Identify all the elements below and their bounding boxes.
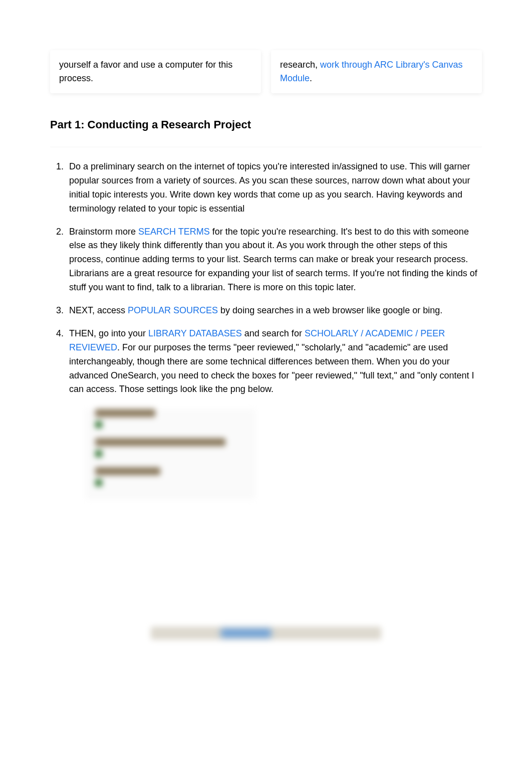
note-box-right: research, work through ARC Library's Can… [271, 50, 482, 93]
search-terms-link[interactable]: SEARCH TERMS [138, 227, 210, 237]
note-left-text: yourself a favor and use a computer for … [59, 60, 232, 83]
item3-suffix: by doing searches in a web browser like … [218, 305, 442, 315]
list-item-2: Brainstorm more SEARCH TERMS for the top… [66, 225, 482, 295]
list-item-3: NEXT, access POPULAR SOURCES by doing se… [66, 304, 482, 318]
note-right-suffix: . [310, 73, 312, 83]
section-separator [50, 146, 482, 147]
section-heading: Part 1: Conducting a Research Project [50, 118, 482, 131]
item3-prefix: NEXT, access [69, 305, 128, 315]
item2-prefix: Brainstorm more [69, 227, 138, 237]
item4-mid: and search for [242, 328, 305, 338]
library-databases-link[interactable]: LIBRARY DATABASES [148, 328, 242, 338]
item1-text: Do a preliminary search on the internet … [69, 161, 470, 214]
instruction-list: Do a preliminary search on the internet … [50, 160, 482, 397]
list-item-1: Do a preliminary search on the internet … [66, 160, 482, 216]
blurred-footer [151, 627, 381, 640]
note-box-left: yourself a favor and use a computer for … [50, 50, 261, 93]
blurred-settings-image [85, 409, 255, 499]
item4-prefix: THEN, go into your [69, 328, 148, 338]
item4-suffix: . For our purposes the terms "peer revie… [69, 342, 474, 395]
top-note-boxes: yourself a favor and use a computer for … [50, 50, 482, 93]
list-item-4: THEN, go into your LIBRARY DATABASES and… [66, 327, 482, 397]
note-right-prefix: research, [280, 60, 320, 70]
popular-sources-link[interactable]: POPULAR SOURCES [128, 305, 218, 315]
